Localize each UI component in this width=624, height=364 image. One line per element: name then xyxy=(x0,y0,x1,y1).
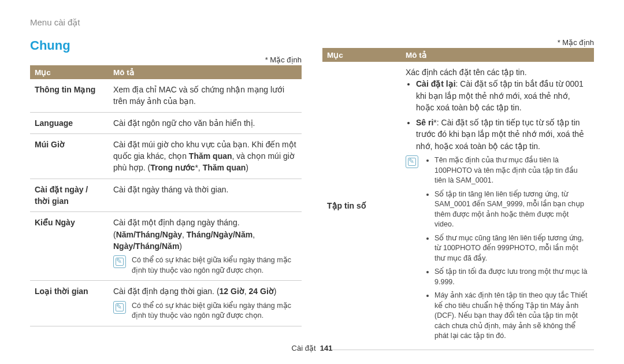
left-column: Chung * Mặc định Mục Mô tả Thông tin Mạn… xyxy=(30,38,302,350)
default-note-left: * Mặc định xyxy=(30,55,302,64)
footer-label: Cài đặt xyxy=(292,344,316,352)
header-muc-r: Mục xyxy=(322,48,401,62)
row-fileno-label: Tập tin số xyxy=(322,62,401,350)
row-timezone-desc: Cài đặt múi giờ cho khu vực của bạn. Khi… xyxy=(109,133,302,179)
header-muc: Mục xyxy=(30,65,109,79)
row-datetime-label: Cài đặt ngày / thời gian xyxy=(30,179,109,212)
row-datetime-desc: Cài đặt ngày tháng và thời gian. xyxy=(109,179,302,212)
breadcrumb: Menu cài đặt xyxy=(30,17,594,28)
right-column: * Mặc định Mục Mô tả Tập tin số Xác định… xyxy=(322,38,594,350)
row-datetype-desc: Cài đặt một định dạng ngày tháng. (Năm/T… xyxy=(109,212,302,281)
fileno-series: Sê ri*: Cài đặt số tập tin tiếp tục từ s… xyxy=(416,117,589,152)
fileno-reset: Cài đặt lại: Cài đặt số tập tin bắt đầu … xyxy=(416,78,589,113)
note-block: Tên mặc định của thư mục đầu tiên là 100… xyxy=(424,155,589,345)
fileno-note3: Số thư mục cũng tăng lên liên tiếp tương… xyxy=(434,233,589,264)
row-timezone-label: Múi Giờ xyxy=(30,133,109,179)
row-datetype-label: Kiểu Ngày xyxy=(30,212,109,281)
note-icon xyxy=(113,301,126,314)
page-footer: Cài đặt 141 xyxy=(0,344,624,352)
settings-table-right: Mục Mô tả Tập tin số Xác định cách đặt t… xyxy=(322,48,594,350)
fileno-note5: Máy ảnh xác định tên tập tin theo quy tắ… xyxy=(434,291,589,341)
header-mota-r: Mô tả xyxy=(401,48,594,62)
row-network-label: Thông tin Mạng xyxy=(30,79,109,112)
fileno-note4: Số tập tin tối đa được lưu trong một thư… xyxy=(434,267,589,287)
fileno-note2: Số tập tin tăng lên liên tiếp tương ứng,… xyxy=(434,190,589,230)
row-language-desc: Cài đặt ngôn ngữ cho văn bản hiển thị. xyxy=(109,112,302,133)
note-text: Có thể có sự khác biệt giữa kiểu ngày th… xyxy=(132,255,297,276)
note-text: Có thể có sự khác biệt giữa kiểu ngày th… xyxy=(132,301,297,321)
settings-table-left: Mục Mô tả Thông tin Mạng Xem địa chỉ MAC… xyxy=(30,65,302,326)
section-title: Chung xyxy=(30,38,302,53)
row-network-desc: Xem địa chỉ MAC và số chứng nhận mạng lư… xyxy=(109,79,302,112)
default-note-right: * Mặc định xyxy=(322,38,594,47)
note-icon xyxy=(113,255,126,268)
page-number: 141 xyxy=(320,344,333,352)
fileno-note1: Tên mặc định của thư mục đầu tiên là 100… xyxy=(434,155,589,186)
row-fileno-desc: Xác định cách đặt tên các tập tin. Cài đ… xyxy=(401,62,594,350)
row-language-label: Language xyxy=(30,112,109,133)
note-icon xyxy=(406,155,418,168)
row-timetype-label: Loại thời gian xyxy=(30,281,109,326)
row-timetype-desc: Cài đặt định dạng thời gian. (12 Giờ, 24… xyxy=(109,281,302,326)
header-mota: Mô tả xyxy=(109,65,302,79)
